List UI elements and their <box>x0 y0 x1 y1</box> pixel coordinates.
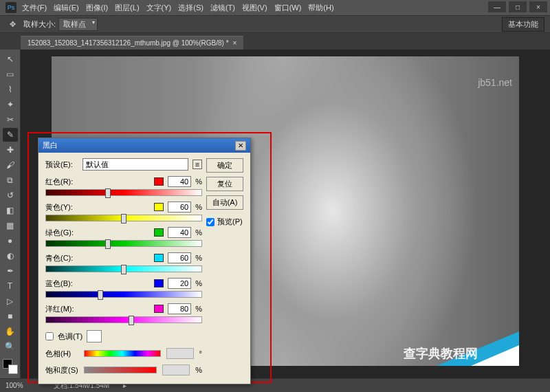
color-value-input[interactable] <box>168 176 191 187</box>
hue-value[interactable] <box>166 348 194 359</box>
percent-label: % <box>195 254 202 262</box>
color-swatch[interactable] <box>154 203 164 211</box>
preview-checkbox[interactable] <box>206 218 214 226</box>
history-brush-icon[interactable]: ↺ <box>3 188 18 202</box>
color-swatch[interactable] <box>154 279 164 287</box>
menu-item[interactable]: 文字(Y) <box>146 3 172 13</box>
color-label: 青色(C): <box>45 253 73 263</box>
menu-items: 文件(F)编辑(E)图像(I)图层(L)文字(Y)选择(S)滤镜(T)视图(V)… <box>22 3 341 13</box>
color-value-input[interactable] <box>168 252 191 263</box>
sample-size-label: 取样大小: <box>23 19 56 30</box>
eraser-tool-icon[interactable]: ◧ <box>3 204 18 217</box>
auto-button[interactable]: 自动(A) <box>206 195 243 210</box>
workspace-switcher[interactable]: 基本功能 <box>502 17 544 32</box>
color-slider[interactable] <box>45 215 202 221</box>
menu-item[interactable]: 编辑(E) <box>54 3 79 13</box>
color-value-input[interactable] <box>168 278 191 289</box>
color-row: 绿色(G): % <box>45 227 202 247</box>
stamp-tool-icon[interactable]: ⧉ <box>3 173 18 187</box>
color-slider[interactable] <box>45 240 202 247</box>
dialog-close-icon[interactable]: ✕ <box>235 141 246 151</box>
menubar: Ps 文件(F)编辑(E)图像(I)图层(L)文字(Y)选择(S)滤镜(T)视图… <box>0 0 550 15</box>
background-color[interactable] <box>8 364 18 374</box>
watermark-large: 查字典教程网 <box>404 345 478 362</box>
menu-item[interactable]: 图像(I) <box>86 3 108 13</box>
color-slider[interactable] <box>45 265 202 272</box>
crop-tool-icon[interactable]: ✂ <box>3 113 18 127</box>
color-value-input[interactable] <box>168 227 191 238</box>
shape-tool-icon[interactable]: ■ <box>3 309 18 323</box>
sat-unit: % <box>195 366 202 374</box>
color-swatch[interactable] <box>154 228 164 237</box>
sat-value[interactable] <box>162 364 190 375</box>
preset-menu-icon[interactable]: ≡ <box>192 160 202 169</box>
brush-tool-icon[interactable]: 🖌 <box>3 158 18 172</box>
menu-item[interactable]: 图层(L) <box>115 3 139 13</box>
work-area: ↖ ▭ ⌇ ✦ ✂ ✎ ✚ 🖌 ⧉ ↺ ◧ ▦ ● ◐ ✒ T ▷ ■ ✋ 🔍 … <box>0 50 550 378</box>
preview-label: 预览(P) <box>217 217 243 227</box>
tint-checkbox[interactable] <box>45 332 54 340</box>
color-slider[interactable] <box>45 291 202 298</box>
tab-close-icon[interactable]: × <box>233 39 237 47</box>
menu-item[interactable]: 选择(S) <box>178 3 204 13</box>
color-swatch[interactable] <box>154 177 164 186</box>
dodge-tool-icon[interactable]: ◐ <box>3 249 18 263</box>
sample-size-dropdown[interactable]: 取样点 <box>58 18 98 31</box>
gradient-tool-icon[interactable]: ▦ <box>3 219 18 232</box>
zoom-tool-icon[interactable]: 🔍 <box>3 340 18 353</box>
lasso-tool-icon[interactable]: ⌇ <box>3 83 18 96</box>
wand-tool-icon[interactable]: ✦ <box>3 98 18 111</box>
menu-item[interactable]: 文件(F) <box>22 3 47 13</box>
watermark-small: jb51.net <box>478 77 512 88</box>
tint-color-swatch[interactable] <box>87 330 102 342</box>
slider-thumb[interactable] <box>121 265 126 274</box>
menu-item[interactable]: 窗口(W) <box>274 3 302 13</box>
move-tool-icon[interactable]: ↖ <box>3 52 18 66</box>
marquee-tool-icon[interactable]: ▭ <box>3 67 18 81</box>
percent-label: % <box>195 228 202 237</box>
color-label: 红色(R): <box>45 177 73 187</box>
color-swatch[interactable] <box>154 254 164 262</box>
preset-dropdown[interactable] <box>82 158 188 171</box>
menu-item[interactable]: 帮助(H) <box>308 3 333 13</box>
type-tool-icon[interactable]: T <box>3 279 18 293</box>
path-tool-icon[interactable]: ▷ <box>3 294 18 308</box>
zoom-level[interactable]: 100% <box>6 382 40 389</box>
toolbox: ↖ ▭ ⌇ ✦ ✂ ✎ ✚ 🖌 ⧉ ↺ ◧ ▦ ● ◐ ✒ T ▷ ■ ✋ 🔍 <box>0 50 21 378</box>
minimize-button[interactable]: — <box>488 1 506 12</box>
sat-slider[interactable] <box>84 367 157 373</box>
menu-item[interactable]: 视图(V) <box>242 3 267 13</box>
heal-tool-icon[interactable]: ✚ <box>3 143 18 157</box>
maximize-button[interactable]: □ <box>509 1 527 12</box>
slider-thumb[interactable] <box>98 290 103 300</box>
color-value-input[interactable] <box>168 303 191 314</box>
document-tabbar: 152083_152083_1417356312126_mthumb.jpg @… <box>0 33 550 50</box>
close-button[interactable]: × <box>529 1 547 12</box>
color-swatches[interactable] <box>3 359 18 374</box>
slider-thumb[interactable] <box>105 188 111 198</box>
color-slider[interactable] <box>45 189 202 196</box>
hue-slider[interactable] <box>84 350 161 357</box>
color-swatch[interactable] <box>154 305 164 313</box>
color-label: 绿色(G): <box>45 228 74 238</box>
percent-label: % <box>195 203 202 211</box>
document-tab[interactable]: 152083_152083_1417356312126_mthumb.jpg @… <box>21 36 243 50</box>
color-row: 洋红(M): % <box>45 303 202 323</box>
eyedropper-tool-icon[interactable]: ✎ <box>3 128 18 142</box>
hand-tool-icon[interactable]: ✋ <box>3 325 18 338</box>
dialog-titlebar[interactable]: 黑白 ✕ <box>38 138 250 153</box>
color-slider[interactable] <box>45 316 202 323</box>
blur-tool-icon[interactable]: ● <box>3 234 18 248</box>
eyedropper-icon[interactable]: ✥ <box>6 17 19 31</box>
black-white-dialog: 黑白 ✕ 预设(E): ≡ 红色(R): % 黄色(Y): <box>38 138 251 384</box>
slider-thumb[interactable] <box>129 316 134 325</box>
slider-thumb[interactable] <box>121 214 126 224</box>
ok-button[interactable]: 确定 <box>206 158 243 173</box>
slider-thumb[interactable] <box>105 239 111 249</box>
menu-item[interactable]: 滤镜(T) <box>210 3 235 13</box>
reset-button[interactable]: 复位 <box>206 177 243 191</box>
pen-tool-icon[interactable]: ✒ <box>3 264 18 278</box>
color-row: 蓝色(B): % <box>45 278 202 298</box>
color-value-input[interactable] <box>168 202 191 213</box>
preset-label: 预设(E): <box>45 160 78 170</box>
